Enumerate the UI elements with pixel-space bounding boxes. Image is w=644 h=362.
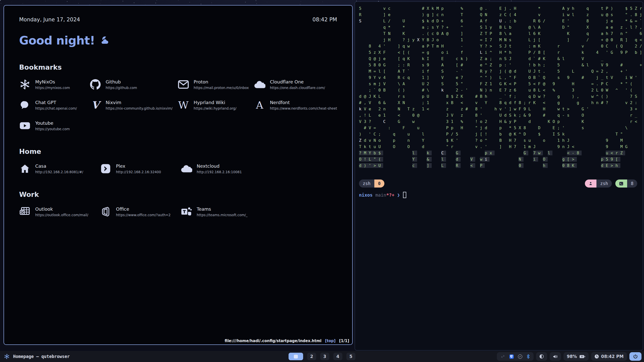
mail-icon	[178, 79, 189, 90]
bookmark-url: http://192.168.2.16:32400	[116, 170, 161, 174]
qutebrowser-window: Monday, June 17, 2024 08:42 PM Good nigh…	[4, 5, 353, 345]
battery-module: 98%	[564, 352, 589, 361]
nerdfont-icon: A	[254, 99, 265, 111]
tmux-status-bar: zsh 0 zsh 8	[359, 179, 637, 188]
bookmark-url: https://nix-community.github.io/nixvim/	[106, 106, 173, 110]
nixos-icon	[19, 79, 31, 90]
night-light-module[interactable]	[536, 352, 547, 361]
section-title: Bookmarks	[19, 63, 337, 71]
power-button[interactable]	[629, 352, 641, 361]
youtube-icon	[19, 120, 31, 131]
tmux-session-count: 8	[627, 179, 637, 188]
bookmark-url: https://github.com	[106, 86, 137, 90]
bookmark-item[interactable]: Youtubehttps://youtube.com	[19, 120, 85, 131]
battery-charging-icon	[579, 355, 585, 358]
bookmark-url: https://mail.proton.me/u/0/inbox	[194, 86, 249, 90]
clock-module[interactable]: 08:42 PM	[591, 352, 627, 361]
bluetooth-icon[interactable]	[527, 354, 530, 359]
clock-icon	[594, 354, 599, 359]
office-icon	[100, 206, 111, 217]
bookmark-url: https://www.office.com/?auth=2	[116, 213, 171, 217]
terminal-window[interactable]: 5 vc #XkMp % @. Ej.H * Ayh q tP) $5ZrR ]…	[355, 2, 643, 350]
bookmark-url: https://teams.microsoft.com/_	[197, 213, 248, 217]
outlook-icon	[19, 206, 31, 217]
cloud-icon	[181, 163, 192, 174]
bookmark-label: Nextcloud	[197, 163, 242, 169]
bookmark-url: https://outlook.office.com/mail/	[35, 213, 88, 217]
moon-cloud-icon	[99, 35, 111, 46]
prompt-host: nixos	[359, 192, 373, 198]
bookmark-item[interactable]: WHyprland Wikihttps://wiki.hyprland.org/	[178, 99, 249, 111]
prompt-symbol: ❯	[397, 192, 400, 198]
greeting-heading: Good night!	[19, 34, 352, 47]
bookmark-label: Office	[116, 206, 171, 212]
bookmark-label: Nixvim	[106, 100, 173, 105]
bookmark-label: MyNixOs	[35, 79, 70, 84]
bitwarden-icon[interactable]	[509, 354, 514, 359]
bookmark-item[interactable]: Teamshttps://teams.microsoft.com/_	[181, 206, 256, 217]
bookmark-label: Youtube	[35, 120, 70, 126]
night-light-icon	[539, 354, 544, 359]
bookmark-url: http://192.168.2.16:10081	[197, 170, 242, 174]
nixvim-icon: V	[90, 99, 101, 111]
bookmark-item[interactable]: Nextcloudhttp://192.168.2.16:10081	[181, 163, 256, 174]
kdeconnect-icon[interactable]	[501, 354, 505, 358]
bookmark-url: https://chat.openai.com/	[35, 106, 77, 110]
shell-prompt[interactable]: nixos main*?+ ❯	[359, 192, 406, 198]
workspace-4[interactable]: 4	[333, 353, 342, 360]
section-title: Work	[19, 191, 337, 198]
prompt-git-branch: main	[375, 192, 386, 198]
check-circle-icon[interactable]: ✓	[518, 354, 522, 359]
bookmark-label: Outlook	[35, 206, 88, 212]
prompt-git-status: *?+	[386, 192, 394, 198]
plex-icon	[100, 163, 111, 174]
home-icon	[19, 163, 31, 174]
bookmark-label: Teams	[197, 206, 248, 212]
terminal-icon	[615, 179, 627, 188]
qutebrowser-statusbar: file:///home/hadi/.config/startpage/inde…	[225, 339, 349, 343]
bookmark-item[interactable]: VNixvimhttps://nix-community.github.io/n…	[90, 99, 173, 111]
window-title: Homepage — qutebrowser	[13, 354, 70, 359]
bookmark-item[interactable]: Casahttp://192.168.2.16:8081/#/	[19, 163, 95, 174]
workspace-3[interactable]: 3	[320, 353, 329, 360]
bookmark-label: Plex	[116, 163, 161, 169]
system-tray: ✓	[497, 352, 534, 361]
user-icon	[585, 179, 596, 188]
date-label: Monday, June 17, 2024	[19, 17, 80, 23]
workspace-1-active[interactable]	[289, 353, 303, 360]
workspace-5[interactable]: 5	[346, 353, 355, 360]
bookmark-item[interactable]: Protonhttps://mail.proton.me/u/0/inbox	[178, 79, 249, 90]
bookmark-item[interactable]: ANerdfonthttps://www.nerdfonts.com/cheat…	[254, 99, 337, 111]
tmux-window-index: 0	[374, 179, 384, 188]
tmux-user-badge: zsh	[585, 179, 612, 188]
bookmark-item[interactable]: Plexhttp://192.168.2.16:32400	[100, 163, 176, 174]
workspace-2[interactable]: 2	[307, 353, 316, 360]
section-title: Home	[19, 148, 337, 155]
statusbar-scroll-position: [top]	[325, 339, 336, 343]
active-workspace-dot	[294, 355, 298, 358]
tmux-window-tab[interactable]: zsh 0	[359, 179, 384, 188]
wiki-icon: W	[178, 99, 189, 111]
bookmark-url: https://wiki.hyprland.org/	[194, 106, 236, 110]
bookmark-item[interactable]: Officehttps://www.office.com/?auth=2	[100, 206, 176, 217]
bookmark-url: http://192.168.2.16:8081/#/	[35, 170, 83, 174]
bookmark-item[interactable]: MyNixOshttps://mynixos.com	[19, 79, 85, 90]
bookmark-grid: Casahttp://192.168.2.16:8081/#/Plexhttp:…	[19, 163, 337, 174]
bookmark-item[interactable]: Chat GPThttps://chat.openai.com/	[19, 99, 85, 111]
power-icon	[633, 354, 638, 359]
statusbar-tab-counter: [1/1]	[339, 339, 349, 343]
bookmark-item[interactable]: Githubhttps://github.com	[90, 79, 173, 90]
bookmark-url: https://one.dash.cloudflare.com/	[270, 86, 325, 90]
bookmark-sections: BookmarksMyNixOshttps://mynixos.comGithu…	[4, 63, 352, 217]
section-home: HomeCasahttp://192.168.2.16:8081/#/Plexh…	[19, 148, 337, 174]
volume-module[interactable]	[550, 352, 561, 361]
bookmark-url: https://www.nerdfonts.com/cheat-sheet	[270, 106, 337, 110]
desktop: Monday, June 17, 2024 08:42 PM Good nigh…	[0, 0, 644, 362]
bookmark-item[interactable]: Cloudflare Onehttps://one.dash.cloudflar…	[254, 79, 337, 90]
github-icon	[90, 79, 101, 90]
bookmark-label: Github	[106, 79, 137, 84]
bookmark-grid: Outlookhttps://outlook.office.com/mail/O…	[19, 206, 337, 217]
terminal-cursor[interactable]	[403, 192, 406, 198]
tmux-window-name: zsh	[359, 179, 374, 188]
bookmark-item[interactable]: Outlookhttps://outlook.office.com/mail/	[19, 206, 95, 217]
